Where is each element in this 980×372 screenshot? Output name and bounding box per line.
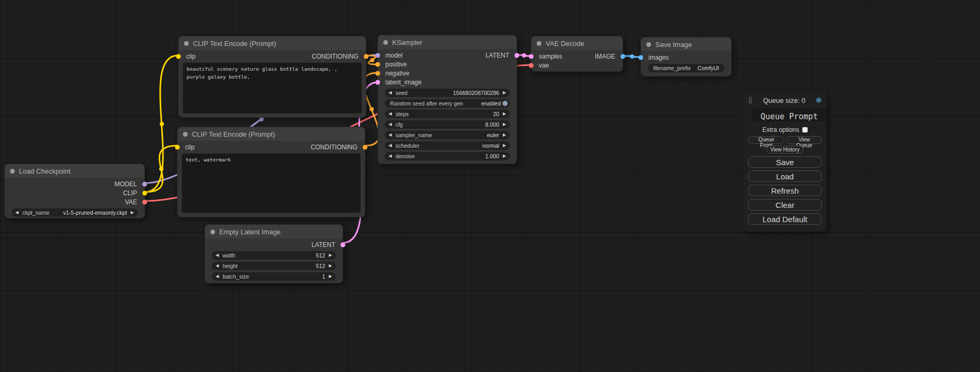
slot-row: model LATENT bbox=[378, 51, 517, 60]
seed-widget[interactable]: ◀ seed 156680208700286 ▶ bbox=[385, 89, 510, 97]
node-title-bar[interactable]: Empty Latent Image bbox=[205, 225, 343, 239]
output-slot-vae[interactable] bbox=[142, 199, 147, 204]
decrement-arrow-icon[interactable]: ◀ bbox=[389, 154, 392, 158]
input-slot-clip[interactable] bbox=[176, 54, 181, 59]
drag-handle-icon[interactable]: ⣿ bbox=[748, 97, 753, 104]
node-empty-latent-image[interactable]: Empty Latent Image LATENT ◀ width 512 ▶ … bbox=[205, 224, 343, 283]
batch-size-widget[interactable]: ◀ batch_size 1 ▶ bbox=[212, 272, 336, 281]
output-label-vae: VAE bbox=[125, 198, 137, 206]
node-vae-decode[interactable]: VAE Decode samples IMAGE vae bbox=[531, 36, 623, 72]
increment-arrow-icon[interactable]: ▶ bbox=[503, 154, 506, 158]
output-slot-image[interactable] bbox=[620, 54, 625, 59]
load-default-button[interactable]: Load Default bbox=[748, 213, 822, 225]
widget-value: 8.000 bbox=[486, 121, 499, 128]
input-slot-latent-image[interactable] bbox=[375, 80, 380, 84]
collapse-dot-icon[interactable] bbox=[210, 230, 215, 234]
decrement-arrow-icon[interactable]: ◀ bbox=[389, 112, 392, 116]
link-midpoint-dot bbox=[259, 117, 264, 121]
node-body: clip CONDITIONING text, watermark bbox=[178, 141, 365, 213]
widget-name: scheduler bbox=[395, 142, 420, 149]
input-slot-negative[interactable] bbox=[375, 71, 380, 75]
node-clip-text-encode-negative[interactable]: CLIP Text Encode (Prompt) clip CONDITION… bbox=[177, 127, 365, 217]
decrement-arrow-icon[interactable]: ◀ bbox=[216, 274, 219, 279]
view-queue-button[interactable]: View Queue bbox=[787, 136, 822, 144]
increment-arrow-icon[interactable]: ▶ bbox=[503, 144, 506, 148]
scheduler-widget[interactable]: ◀ scheduler normal ▶ bbox=[385, 141, 510, 150]
widget-value: 512 bbox=[316, 252, 325, 259]
output-slot-latent[interactable] bbox=[515, 53, 519, 58]
input-slot-images[interactable] bbox=[638, 55, 643, 60]
collapse-dot-icon[interactable] bbox=[646, 42, 651, 47]
decrement-arrow-icon[interactable]: ◀ bbox=[389, 122, 392, 127]
node-title-bar[interactable]: CLIP Text Encode (Prompt) bbox=[179, 36, 366, 50]
prompt-textarea[interactable]: text, watermark bbox=[182, 154, 361, 213]
node-title-bar[interactable]: Save Image bbox=[641, 37, 731, 51]
input-slot-model[interactable] bbox=[375, 53, 380, 58]
decrement-arrow-icon[interactable]: ◀ bbox=[389, 133, 392, 137]
input-label-negative: negative bbox=[385, 70, 409, 77]
decrement-arrow-icon[interactable]: ◀ bbox=[389, 91, 392, 95]
node-load-checkpoint[interactable]: Load Checkpoint MODEL CLIP VAE ◀ ckpt_na… bbox=[4, 164, 145, 218]
node-title: CLIP Text Encode (Prompt) bbox=[193, 40, 276, 47]
slot-row: CLIP bbox=[5, 188, 144, 197]
decrement-arrow-icon[interactable]: ◀ bbox=[15, 211, 18, 215]
collapse-dot-icon[interactable] bbox=[184, 41, 189, 46]
denoise-widget[interactable]: ◀ denoise 1.000 ▶ bbox=[385, 152, 510, 160]
collapse-dot-icon[interactable] bbox=[10, 169, 15, 174]
decrement-arrow-icon[interactable]: ◀ bbox=[389, 144, 392, 148]
steps-widget[interactable]: ◀ steps 20 ▶ bbox=[385, 110, 510, 118]
increment-arrow-icon[interactable]: ▶ bbox=[503, 122, 506, 127]
collapse-dot-icon[interactable] bbox=[183, 132, 188, 137]
clear-button[interactable]: Clear bbox=[748, 199, 822, 211]
input-slot-clip[interactable] bbox=[175, 145, 180, 149]
node-title-bar[interactable]: VAE Decode bbox=[531, 36, 623, 50]
refresh-button[interactable]: Refresh bbox=[748, 185, 822, 196]
cfg-widget[interactable]: ◀ cfg 8.000 ▶ bbox=[385, 120, 510, 129]
node-title-bar[interactable]: Load Checkpoint bbox=[5, 164, 144, 178]
output-slot-conditioning[interactable] bbox=[364, 54, 368, 59]
decrement-arrow-icon[interactable]: ◀ bbox=[216, 253, 219, 257]
input-slot-positive[interactable] bbox=[375, 62, 380, 66]
input-slot-samples[interactable] bbox=[529, 54, 533, 59]
save-button[interactable]: Save bbox=[748, 156, 822, 168]
filename-prefix-widget[interactable]: filename_prefix ComfyUI bbox=[648, 64, 724, 72]
settings-gear-icon[interactable]: ✻ bbox=[816, 96, 822, 104]
queue-prompt-button[interactable]: Queue Prompt bbox=[752, 108, 826, 121]
sampler-name-widget[interactable]: ◀ sampler_name euler ▶ bbox=[385, 131, 510, 139]
increment-arrow-icon[interactable]: ▶ bbox=[503, 112, 506, 116]
view-history-button[interactable]: View History bbox=[766, 146, 803, 154]
height-widget[interactable]: ◀ height 512 ▶ bbox=[212, 262, 336, 270]
node-title-bar[interactable]: KSampler bbox=[378, 35, 517, 49]
ckpt-name-widget[interactable]: ◀ ckpt_name v1-5-pruned-emaonly.ckpt ▶ bbox=[12, 208, 138, 217]
output-slot-conditioning[interactable] bbox=[363, 145, 367, 149]
input-slot-vae[interactable] bbox=[529, 63, 533, 68]
slot-row: MODEL bbox=[5, 179, 144, 188]
output-slot-latent[interactable] bbox=[341, 242, 345, 247]
increment-arrow-icon[interactable]: ▶ bbox=[131, 211, 134, 215]
increment-arrow-icon[interactable]: ▶ bbox=[329, 253, 332, 257]
random-seed-toggle-widget[interactable]: Random seed after every gen enabled bbox=[385, 99, 510, 108]
collapse-dot-icon[interactable] bbox=[537, 41, 541, 46]
widget-name: batch_size bbox=[222, 273, 249, 280]
node-save-image[interactable]: Save Image images filename_prefix ComfyU… bbox=[641, 37, 732, 77]
output-slot-clip[interactable] bbox=[142, 190, 147, 195]
increment-arrow-icon[interactable]: ▶ bbox=[329, 264, 332, 268]
increment-arrow-icon[interactable]: ▶ bbox=[503, 133, 506, 137]
collapse-dot-icon[interactable] bbox=[383, 40, 388, 45]
node-title-bar[interactable]: CLIP Text Encode (Prompt) bbox=[178, 127, 365, 141]
queue-front-button[interactable]: Queue Front bbox=[748, 136, 784, 144]
node-title: Empty Latent Image bbox=[219, 228, 280, 236]
decrement-arrow-icon[interactable]: ◀ bbox=[216, 264, 219, 268]
node-ksampler[interactable]: KSampler model LATENT positive negative … bbox=[377, 35, 517, 164]
node-clip-text-encode-positive[interactable]: CLIP Text Encode (Prompt) clip CONDITION… bbox=[178, 36, 366, 118]
load-button[interactable]: Load bbox=[748, 170, 822, 182]
toggle-knob-icon[interactable] bbox=[502, 101, 508, 106]
node-title: CLIP Text Encode (Prompt) bbox=[192, 130, 275, 138]
increment-arrow-icon[interactable]: ▶ bbox=[329, 274, 332, 279]
node-body: LATENT ◀ width 512 ▶ ◀ height 512 ▶ ◀ ba… bbox=[205, 239, 343, 281]
prompt-textarea[interactable]: beautiful scenery nature glass bottle la… bbox=[183, 63, 362, 113]
extra-options-checkbox[interactable] bbox=[802, 127, 808, 132]
output-slot-model[interactable] bbox=[142, 182, 147, 186]
width-widget[interactable]: ◀ width 512 ▶ bbox=[212, 251, 336, 260]
increment-arrow-icon[interactable]: ▶ bbox=[503, 91, 506, 95]
